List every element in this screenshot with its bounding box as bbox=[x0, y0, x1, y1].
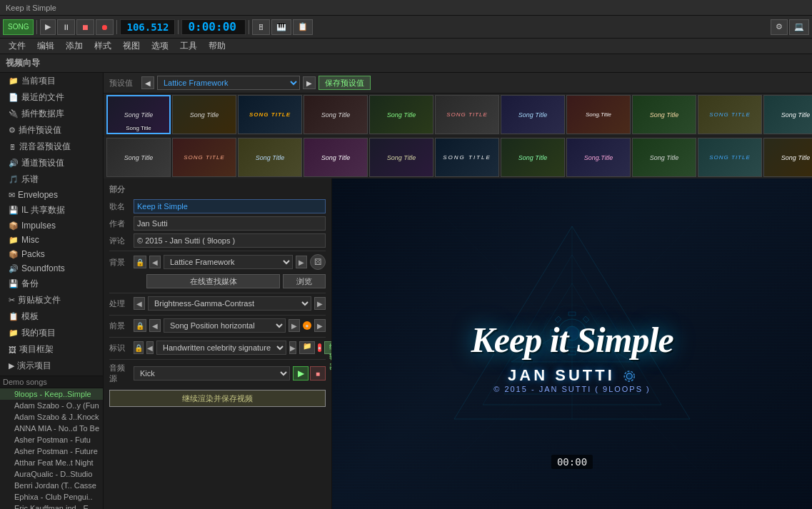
preset-thumb-8[interactable]: Song Title bbox=[632, 95, 696, 134]
preset-thumb-r2-6[interactable]: Song Title bbox=[501, 138, 565, 177]
foreground-dropdown[interactable]: Song Position horizontal bbox=[164, 318, 286, 333]
presets-scrollable[interactable]: Song TitleSong Title Song Title SONG TIT… bbox=[104, 94, 812, 136]
preset-thumb-2[interactable]: SONG TITLE bbox=[238, 95, 302, 134]
song-btn[interactable]: SONG bbox=[3, 19, 34, 35]
preset-thumb-10[interactable]: Song Title bbox=[763, 95, 812, 134]
demo-song-item-aura[interactable]: AuraQualic - D..Studio bbox=[0, 468, 103, 480]
demo-song-item-1[interactable]: Adam Szabo - O..y (Fun bbox=[0, 400, 103, 411]
background-random-btn[interactable]: ⚄ bbox=[310, 254, 326, 270]
label-next-btn[interactable]: ▶ bbox=[289, 341, 296, 354]
foreground-lock-btn[interactable]: 🔒 bbox=[134, 319, 146, 332]
sidebar-item-shared-data[interactable]: 💾 IL 共享数据 bbox=[0, 202, 103, 218]
demo-song-item-asher-2[interactable]: Asher Postman - Future bbox=[0, 445, 103, 457]
preset-thumb-5[interactable]: SONG TITLE bbox=[435, 95, 499, 134]
editor-btn[interactable]: 编辑器 bbox=[324, 341, 332, 354]
sidebar-item-packs[interactable]: 📦 Packs bbox=[0, 247, 103, 261]
menu-style[interactable]: 样式 bbox=[89, 39, 117, 54]
preset-thumb-r2-3[interactable]: Song Title bbox=[304, 138, 368, 177]
settings-btn[interactable]: ⚙ bbox=[771, 19, 788, 35]
record-btn[interactable]: ⏺ bbox=[96, 19, 114, 35]
sidebar-item-misc[interactable]: 📁 Misc bbox=[0, 233, 103, 247]
menu-options[interactable]: 选项 bbox=[146, 39, 174, 54]
processing-prev-btn[interactable]: ◀ bbox=[134, 297, 145, 310]
demo-song-item-2[interactable]: Adam Szabo & J..Knock bbox=[0, 411, 103, 423]
menu-tools[interactable]: 工具 bbox=[174, 39, 203, 54]
foreground-next-btn[interactable]: ▶ bbox=[289, 319, 300, 332]
sidebar-item-plugin-db[interactable]: 🔌 插件数据库 bbox=[0, 106, 103, 122]
preset-thumb-1[interactable]: Song Title bbox=[172, 95, 236, 134]
menu-add[interactable]: 添加 bbox=[60, 39, 89, 54]
sidebar-item-channel-presets[interactable]: 🔊 通道预设值 bbox=[0, 155, 103, 171]
sidebar-item-my-projects[interactable]: 📁 我的项目 bbox=[0, 325, 103, 341]
sidebar-item-templates[interactable]: 📋 模板 bbox=[0, 308, 103, 325]
author-input[interactable] bbox=[134, 216, 326, 231]
preset-thumb-9[interactable]: SONG TITLE bbox=[698, 95, 762, 134]
sidebar-item-recent-files[interactable]: 📄 最近的文件 bbox=[0, 89, 103, 106]
sidebar-item-envelopes[interactable]: ✉ Envelopes bbox=[0, 188, 103, 202]
background-dropdown[interactable]: Lattice Framework bbox=[164, 255, 293, 269]
preset-thumb-r2-8[interactable]: Song Title bbox=[632, 138, 696, 177]
browse-btn[interactable]: 浏览 bbox=[283, 274, 326, 288]
preset-thumb-4[interactable]: Song Title bbox=[369, 95, 433, 134]
presets-scrollable-row2[interactable]: Song Title SONG TITLE Song Title Song Ti… bbox=[104, 136, 812, 178]
demo-song-item-0[interactable]: 9loops - Keep..Simple bbox=[0, 388, 103, 400]
background-next-btn[interactable]: ▶ bbox=[296, 256, 307, 268]
processing-dropdown[interactable]: Brightness-Gamma-Contrast bbox=[148, 296, 311, 311]
sidebar-item-backup[interactable]: 💾 备份 bbox=[0, 276, 103, 292]
menu-file[interactable]: 文件 bbox=[3, 39, 31, 54]
background-prev-btn[interactable]: ◀ bbox=[149, 256, 161, 268]
label-lock-btn[interactable]: 🔒 bbox=[134, 341, 144, 354]
audio-dropdown[interactable]: Kick bbox=[134, 366, 290, 381]
sidebar-item-impulses[interactable]: 📦 Impulses bbox=[0, 218, 103, 233]
preset-next-btn[interactable]: ▶ bbox=[303, 76, 316, 89]
audio-stop-btn[interactable]: ■ bbox=[310, 366, 326, 381]
preset-thumb-0[interactable]: Song TitleSong Title bbox=[106, 95, 171, 134]
sidebar-item-soundfonts[interactable]: 🔊 Soundfonts bbox=[0, 261, 103, 276]
preset-thumb-r2-4[interactable]: Song Title bbox=[369, 138, 433, 177]
label-prev-btn[interactable]: ◀ bbox=[146, 341, 154, 354]
browse-online-btn[interactable]: 在线查找媒体 bbox=[146, 274, 280, 288]
preset-thumb-r2-1[interactable]: SONG TITLE bbox=[172, 138, 236, 177]
play-btn[interactable]: ▶ bbox=[40, 19, 56, 35]
save-preset-btn[interactable]: 保存预设值 bbox=[319, 76, 371, 90]
sidebar-item-project-bones[interactable]: 🖼 项目框架 bbox=[0, 341, 103, 358]
sidebar-item-current-project[interactable]: 📁 当前项目 bbox=[0, 73, 103, 89]
preset-thumb-7[interactable]: Song.Title bbox=[566, 95, 631, 134]
pause-btn[interactable]: ⏸ bbox=[57, 19, 75, 35]
demo-song-item-ben[interactable]: Benri Jordan (T.. Casse bbox=[0, 480, 103, 491]
demo-song-item-3[interactable]: ANNA MIA - No..d To Be bbox=[0, 423, 103, 434]
preset-thumb-r2-7[interactable]: Song.Title bbox=[566, 138, 631, 177]
sidebar-item-plugin-presets[interactable]: ⚙ 插件预设值 bbox=[0, 122, 103, 138]
demo-song-item-asher-1[interactable]: Asher Postman - Futu bbox=[0, 434, 103, 445]
cpu-btn[interactable]: 💻 bbox=[789, 19, 809, 35]
preset-thumb-r2-10[interactable]: Song Title bbox=[763, 138, 812, 177]
preset-prev-btn[interactable]: ◀ bbox=[141, 76, 154, 89]
demo-song-item-ephixa[interactable]: Ephixa - Club Pengui.. bbox=[0, 491, 103, 503]
pattern-btn[interactable]: 🎹 bbox=[271, 19, 291, 35]
preset-thumb-6[interactable]: Song Title bbox=[501, 95, 565, 134]
playlist-btn[interactable]: 📋 bbox=[293, 19, 313, 35]
foreground-next2-btn[interactable]: ▶ bbox=[314, 319, 326, 332]
background-lock-btn[interactable]: 🔒 bbox=[134, 256, 146, 268]
processing-next-btn[interactable]: ▶ bbox=[314, 297, 326, 310]
audio-play-btn[interactable]: ▶ bbox=[293, 366, 309, 381]
comment-input[interactable] bbox=[134, 233, 326, 248]
preset-thumb-3[interactable]: Song Title bbox=[304, 95, 368, 134]
preset-thumb-r2-5[interactable]: SONG TITLE bbox=[435, 138, 499, 177]
preset-thumb-r2-9[interactable]: SONG TITLE bbox=[698, 138, 762, 177]
demo-song-item-eric[interactable]: Eric Kauffman.ind - Exoplanet bbox=[0, 503, 103, 509]
menu-help[interactable]: 帮助 bbox=[203, 39, 231, 54]
render-btn[interactable]: 继续渲染并保存视频 bbox=[109, 390, 326, 407]
sidebar-item-demo-projects[interactable]: ▶ 演示项目 bbox=[0, 358, 103, 374]
label-browse-btn[interactable]: 📁 bbox=[299, 341, 315, 354]
menu-view[interactable]: 视图 bbox=[117, 39, 146, 54]
preset-thumb-r2-0[interactable]: Song Title bbox=[106, 138, 171, 177]
foreground-prev-btn[interactable]: ◀ bbox=[149, 319, 161, 332]
sidebar-item-score[interactable]: 🎵 乐谱 bbox=[0, 171, 103, 188]
stop-btn[interactable]: ⏹ bbox=[76, 19, 94, 35]
demo-song-item-atthar[interactable]: Atthar Feat Me..t Night bbox=[0, 457, 103, 468]
preset-dropdown[interactable]: Lattice Framework bbox=[157, 76, 300, 90]
label-dropdown[interactable]: Handwritten celebrity signature bbox=[156, 341, 286, 355]
song-name-input[interactable] bbox=[134, 199, 326, 213]
sidebar-item-mixer-presets[interactable]: 🎚 混音器预设值 bbox=[0, 138, 103, 155]
